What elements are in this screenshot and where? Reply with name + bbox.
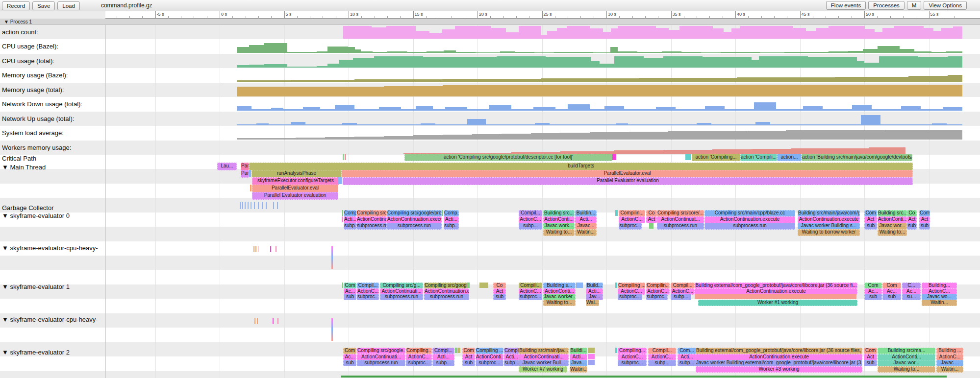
- save-button[interactable]: Save: [32, 1, 55, 10]
- trace-sliver[interactable]: [685, 154, 691, 160]
- trace-sliver[interactable]: [457, 348, 460, 353]
- gc-tick[interactable]: [248, 202, 249, 209]
- thread-label-skyframe-evaluator-cpu-heavy-2[interactable]: ▼ skyframe-evaluator-cpu-heavy-: [2, 316, 98, 323]
- trace-event[interactable]: Javac work...: [543, 223, 575, 230]
- trace-event[interactable]: subproc...: [619, 223, 642, 230]
- thread-label-skyframe-evaluator-2[interactable]: ▼ skyframe-evaluator 2: [2, 349, 70, 356]
- trace-event[interactable]: subp...: [678, 360, 696, 366]
- trace-event[interactable]: ActionConti...: [878, 216, 907, 223]
- trace-event[interactable]: ActionContinuation.execute: [704, 216, 795, 223]
- trace-sliver[interactable]: [258, 246, 258, 252]
- trace-sliver[interactable]: [250, 185, 251, 191]
- timeline-ruler[interactable]: -5 s0 s5 s10 s15 s20 s25 s30 s35 s40 s45…: [0, 11, 980, 19]
- trace-sliver[interactable]: [253, 246, 254, 252]
- counter-chart-cpu-usage-total[interactable]: [0, 54, 980, 68]
- trace-sliver[interactable]: [270, 246, 271, 252]
- view-options-button[interactable]: View Options: [924, 1, 967, 10]
- trace-event[interactable]: subprocess.run: [387, 223, 442, 230]
- trace-sliver[interactable]: [612, 154, 616, 160]
- trace-event[interactable]: skyframeExecutor.configureTargets: [252, 177, 339, 185]
- gc-tick[interactable]: [273, 202, 274, 209]
- counter-chart-action-count[interactable]: [0, 25, 980, 39]
- trace-event[interactable]: Acti...: [575, 216, 597, 223]
- trace-event[interactable]: Javac worker Building s...: [798, 223, 860, 230]
- trace-event[interactable]: Waiting to...: [543, 229, 575, 236]
- trace-event[interactable]: sub: [462, 360, 475, 366]
- trace-sliver[interactable]: [255, 246, 256, 252]
- trace-event[interactable]: Java...: [570, 360, 587, 366]
- trace-sliver[interactable]: [273, 318, 274, 324]
- trace-event[interactable]: Javac wor...: [878, 223, 907, 230]
- trace-event[interactable]: Building external/com_google_protobuf/ja…: [696, 348, 862, 354]
- thread-label-skyframe-evaluator-1[interactable]: ▼ skyframe-evaluator 1: [2, 283, 70, 290]
- trace-event[interactable]: Act: [462, 354, 475, 360]
- trace-event[interactable]: ParallelEvaluator.eval: [252, 185, 338, 192]
- trace-event[interactable]: sub: [907, 223, 917, 230]
- trace-event[interactable]: Waiting to...: [878, 366, 935, 373]
- gc-tick[interactable]: [254, 202, 255, 209]
- trace-event[interactable]: Building src...: [878, 210, 907, 217]
- counter-chart-cpu-usage-bazel[interactable]: [0, 39, 980, 53]
- trace-event[interactable]: action 'Building src/main/java/com/googl…: [802, 154, 912, 161]
- counter-chart-memory-usage-bazel[interactable]: [0, 68, 980, 82]
- trace-event[interactable]: subp...: [504, 360, 520, 366]
- trace-event[interactable]: Javac wor...: [878, 360, 935, 366]
- trace-event[interactable]: subp...: [444, 223, 459, 230]
- trace-event[interactable]: subprocess.run: [704, 223, 795, 230]
- trace-event[interactable]: Compil...: [648, 348, 676, 354]
- trace-event[interactable]: Waiting to borrow worker: [798, 229, 860, 236]
- process-header[interactable]: ▼ Process 1: [0, 19, 980, 25]
- gc-tick[interactable]: [277, 202, 278, 209]
- trace-sliver[interactable]: [331, 246, 333, 269]
- gc-tick[interactable]: [258, 202, 259, 209]
- trace-event[interactable]: sub: [344, 294, 356, 300]
- trace-event[interactable]: Act: [864, 354, 877, 360]
- trace-event[interactable]: subp...: [671, 294, 691, 300]
- trace-event[interactable]: Waitin...: [575, 229, 597, 236]
- trace-event[interactable]: sub: [864, 360, 877, 366]
- trace-event[interactable]: subprocess.run: [424, 294, 469, 300]
- trace-sliver[interactable]: [257, 318, 258, 324]
- trace-event[interactable]: action...: [777, 154, 802, 161]
- trace-sliver[interactable]: [455, 348, 457, 353]
- thread-label-critical-path[interactable]: Critical Path: [2, 155, 36, 162]
- trace-event[interactable]: Acti...: [344, 216, 356, 223]
- trace-event[interactable]: Parallel Evaluator evaluation: [252, 192, 338, 200]
- trace-event[interactable]: subproc...: [519, 294, 542, 300]
- trace-event[interactable]: sub: [882, 294, 901, 300]
- record-button[interactable]: Record: [2, 1, 30, 10]
- trace-event[interactable]: Com: [343, 348, 356, 354]
- trace-event[interactable]: Com: [919, 210, 930, 217]
- trace-sliver[interactable]: [249, 170, 251, 177]
- trace-event[interactable]: ActionC...: [936, 354, 963, 360]
- trace-event[interactable]: sub: [864, 223, 877, 230]
- trace-event[interactable]: Co: [646, 210, 657, 217]
- trace-sliver[interactable]: [342, 210, 343, 216]
- trace-event[interactable]: Compil...: [519, 210, 542, 217]
- trace-event[interactable]: subproc...: [357, 294, 379, 300]
- trace-event[interactable]: buildTargets: [249, 163, 913, 170]
- trace-event[interactable]: ParallelEvaluator.eval: [342, 170, 913, 178]
- trace-event[interactable]: Compilin...: [619, 210, 645, 217]
- trace-sliver[interactable]: [277, 318, 278, 324]
- gc-tick[interactable]: [242, 202, 243, 209]
- trace-event[interactable]: Building src/ma...: [878, 348, 935, 354]
- gc-tick[interactable]: [240, 202, 241, 209]
- trace-event[interactable]: subp...: [648, 360, 676, 366]
- trace-event[interactable]: Waiting to...: [543, 300, 576, 306]
- trace-sliver[interactable]: [467, 283, 470, 288]
- trace-event[interactable]: Waitin...: [936, 366, 963, 373]
- trace-event[interactable]: Compiling...: [618, 348, 647, 354]
- trace-sliver[interactable]: [331, 318, 333, 341]
- trace-event[interactable]: Act: [907, 216, 917, 223]
- trace-sliver[interactable]: [588, 348, 595, 353]
- trace-event[interactable]: Javac...: [575, 223, 597, 230]
- trace-event[interactable]: Building src/main/java/com/go...: [798, 210, 860, 217]
- trace-event[interactable]: subprocess.run: [356, 223, 387, 230]
- trace-sliver[interactable]: [276, 246, 276, 252]
- trace-sliver[interactable]: [343, 154, 344, 160]
- trace-event[interactable]: Act: [919, 216, 930, 223]
- trace-event[interactable]: Building src/main/jav...: [519, 348, 569, 354]
- trace-event[interactable]: ActionContinuation.execute: [387, 216, 442, 223]
- trace-event[interactable]: Acti...: [444, 216, 459, 223]
